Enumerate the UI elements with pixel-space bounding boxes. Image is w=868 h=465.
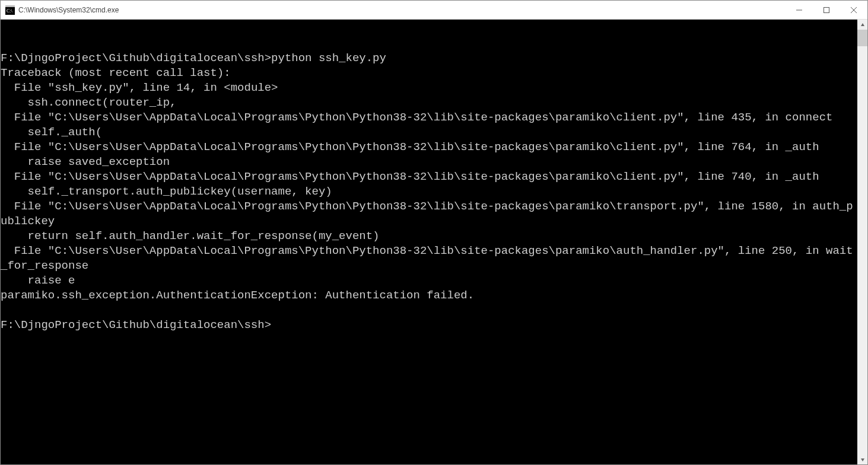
svg-rect-4 <box>824 7 829 12</box>
terminal-output[interactable]: F:\DjngoProject\Github\digitalocean\ssh>… <box>1 20 857 464</box>
vertical-scrollbar[interactable] <box>857 20 867 464</box>
titlebar[interactable]: C:\ C:\Windows\System32\cmd.exe <box>1 1 867 20</box>
minimize-button[interactable] <box>786 1 813 19</box>
close-button[interactable] <box>840 1 867 19</box>
svg-marker-7 <box>861 23 864 26</box>
window-title: C:\Windows\System32\cmd.exe <box>18 6 119 14</box>
svg-text:C:\: C:\ <box>7 8 13 14</box>
svg-rect-1 <box>5 5 15 7</box>
cmd-window: C:\ C:\Windows\System32\cmd.exe F:\Djngo… <box>0 0 868 465</box>
terminal-container: F:\DjngoProject\Github\digitalocean\ssh>… <box>1 20 867 464</box>
window-controls <box>786 1 867 19</box>
scrollbar-track[interactable] <box>857 30 867 454</box>
svg-marker-8 <box>861 458 864 461</box>
scroll-down-button[interactable] <box>857 454 867 464</box>
maximize-button[interactable] <box>813 1 840 19</box>
scrollbar-thumb[interactable] <box>857 30 867 46</box>
scroll-up-button[interactable] <box>857 20 867 30</box>
cmd-icon: C:\ <box>5 5 15 15</box>
